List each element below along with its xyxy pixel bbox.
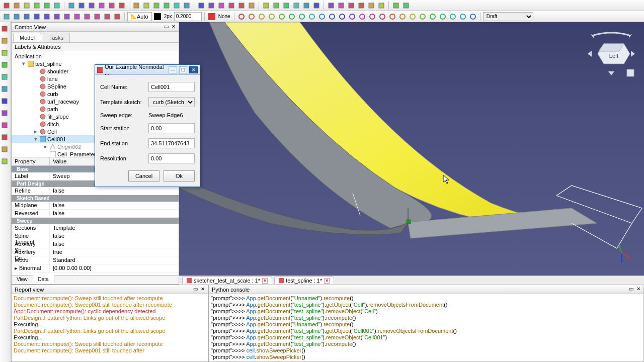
tab-tasks[interactable]: Tasks [43, 33, 70, 42]
toolbar-button[interactable] [357, 1, 366, 10]
toolbar-button[interactable] [67, 1, 76, 10]
toolbar-button[interactable] [377, 1, 386, 10]
toolbar-button[interactable] [52, 1, 61, 10]
toolbar-button[interactable] [408, 12, 417, 21]
doc-tab-1[interactable]: sketcher_test_at_scale : 1*× [182, 277, 272, 284]
toolbar-button[interactable] [103, 12, 112, 21]
toolbar-button[interactable] [277, 12, 286, 21]
close-tab-icon[interactable]: × [324, 278, 330, 284]
toolbar-button[interactable] [77, 1, 86, 10]
toolbar-button[interactable] [368, 12, 377, 21]
toolbar-button[interactable] [42, 1, 51, 10]
stroke-width-input[interactable] [174, 12, 202, 21]
vtoolbar-button[interactable] [1, 146, 10, 155]
toolbar-button[interactable] [52, 12, 61, 21]
toolbar-button[interactable] [337, 1, 346, 10]
cell-name-input[interactable] [148, 82, 195, 92]
report-log[interactable]: Document::recompute(): Sweep still touch… [12, 294, 208, 361]
toolbar-button[interactable] [247, 1, 256, 10]
toolbar-button[interactable] [307, 12, 316, 21]
template-sketch-select[interactable]: curb (Sketch004) [148, 97, 195, 107]
vtoolbar-button[interactable] [1, 73, 10, 82]
workbench-select[interactable]: Draft [483, 12, 533, 21]
toolbar-button[interactable] [113, 12, 122, 21]
toolbar-button[interactable] [327, 1, 336, 10]
toolbar-button[interactable] [247, 12, 256, 21]
toolbar-button[interactable] [72, 12, 82, 21]
close-icon[interactable]: ✕ [171, 24, 177, 30]
console-log[interactable]: "prompt">>>> App.getDocument("Unnamed").… [209, 294, 643, 361]
toolbar-button[interactable] [217, 1, 226, 10]
toolbar-button[interactable] [262, 1, 271, 10]
color-picker[interactable] [153, 12, 162, 21]
prop-row[interactable]: SectionsTemplate [12, 224, 179, 232]
prop-row[interactable]: Midplanefalse [12, 202, 179, 210]
vtoolbar-button[interactable] [1, 122, 10, 131]
toolbar-button[interactable] [267, 12, 276, 21]
toolbar-button[interactable] [152, 1, 161, 10]
start-station-input[interactable] [148, 123, 195, 133]
prop-row[interactable]: ModeStandard [12, 256, 179, 264]
dialog-titlebar[interactable]: Our Example Nonmodal ... — ☐ ✕ [95, 65, 200, 75]
prop-row[interactable]: Auxillery Cu...true [12, 248, 179, 256]
toolbar-button[interactable] [391, 1, 400, 10]
toolbar-button[interactable] [448, 12, 457, 21]
toolbar-button[interactable] [317, 12, 327, 21]
vtoolbar-button[interactable] [1, 158, 10, 167]
prop-row[interactable]: Auxillery Sp...false [12, 240, 179, 248]
toolbar-button[interactable] [162, 1, 171, 10]
close-tab-icon[interactable]: × [262, 278, 268, 284]
toolbar-button[interactable] [328, 12, 337, 21]
fill-none[interactable] [207, 12, 216, 21]
toolbar-button[interactable] [347, 1, 356, 10]
prop-row[interactable]: Refinefalse [12, 187, 179, 195]
toolbar-button[interactable] [172, 1, 181, 10]
toolbar-button[interactable] [257, 12, 266, 21]
toolbar-button[interactable] [97, 1, 106, 10]
toolbar-button[interactable] [32, 1, 41, 10]
prop-row[interactable]: Reversedfalse [12, 210, 179, 218]
toolbar-button[interactable] [142, 1, 151, 10]
toolbar-button[interactable] [83, 12, 92, 21]
doc-tab-2[interactable]: test_spline : 1*× [274, 277, 334, 284]
ok-button[interactable]: Ok [164, 170, 195, 182]
toolbar-button[interactable] [282, 1, 291, 10]
toolbar-button[interactable] [87, 1, 96, 10]
toolbar-button[interactable] [348, 12, 357, 21]
toolbar-button[interactable] [302, 1, 311, 10]
toolbar-button[interactable] [367, 1, 376, 10]
tab-model[interactable]: Model [13, 33, 41, 42]
toolbar-button[interactable] [182, 1, 191, 10]
toolbar-button[interactable] [272, 1, 281, 10]
toolbar-button[interactable] [12, 1, 21, 10]
toolbar-button[interactable] [401, 1, 411, 10]
toolbar-button[interactable] [438, 12, 447, 21]
minimize-icon[interactable]: — [169, 66, 177, 73]
prop-row[interactable]: Spine Tangentfalse [12, 232, 179, 240]
toolbar-button[interactable] [227, 1, 236, 10]
toolbar-button[interactable] [2, 12, 11, 21]
toolbar-button[interactable] [2, 1, 11, 10]
toolbar-button[interactable] [458, 12, 467, 21]
toolbar-button[interactable] [62, 12, 71, 21]
vtoolbar-button[interactable] [1, 98, 10, 107]
vtoolbar-button[interactable] [1, 85, 10, 95]
vtoolbar-button[interactable] [1, 25, 10, 34]
tab-view[interactable]: View [12, 276, 33, 284]
toolbar-button[interactable] [93, 12, 102, 21]
navigation-cube[interactable]: Left [584, 26, 639, 81]
close-icon[interactable]: ✕ [635, 286, 641, 292]
toolbar-button[interactable] [398, 12, 407, 21]
toolbar-button[interactable] [32, 12, 41, 21]
tree-app[interactable]: Application [12, 52, 179, 60]
toolbar-button[interactable] [338, 12, 347, 21]
toolbar-button[interactable] [12, 12, 21, 21]
end-station-input[interactable] [148, 138, 195, 148]
resolution-input[interactable] [148, 153, 195, 163]
undock-icon[interactable]: ▭ [629, 286, 633, 292]
toolbar-button[interactable] [117, 1, 126, 10]
close-icon[interactable]: ✕ [189, 66, 198, 73]
vtoolbar-button[interactable] [1, 61, 10, 70]
undock-icon[interactable]: ▭ [164, 24, 169, 29]
toolbar-button[interactable] [287, 12, 296, 21]
